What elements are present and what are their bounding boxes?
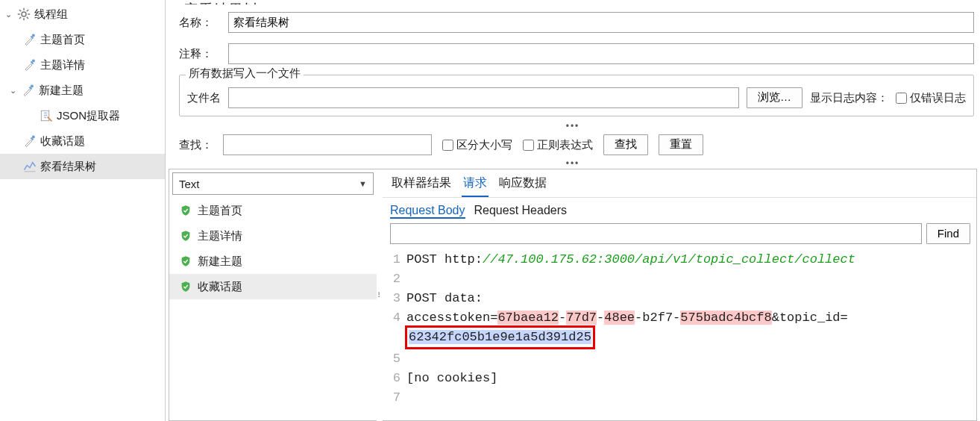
- tree-label: 主题详情: [40, 58, 85, 72]
- tree-label: 线程组: [34, 7, 68, 22]
- search-button[interactable]: 查找: [603, 134, 648, 155]
- token-seg-5: 575badc4bcf8: [680, 311, 771, 325]
- accesstoken-key: accesstoken=: [406, 311, 497, 325]
- name-label: 名称：: [179, 16, 228, 30]
- dropper-icon: [21, 83, 36, 98]
- svg-rect-13: [32, 136, 35, 139]
- result-item-label: 主题首页: [198, 204, 242, 218]
- result-item[interactable]: 收藏话题: [169, 274, 377, 299]
- tree-node-sampler-detail[interactable]: 主题详情: [0, 52, 165, 78]
- success-icon: [180, 230, 192, 242]
- splitter-handle-icon[interactable]: •••: [166, 161, 980, 169]
- topic-id-key: &topic_id=: [772, 311, 848, 325]
- svg-line-8: [27, 10, 28, 11]
- file-output-group: 所有数据写入一个文件 文件名 浏览… 显示日志内容： 仅错误日志: [179, 75, 974, 116]
- search-label: 查找：: [179, 138, 213, 152]
- tab-request[interactable]: 请求: [462, 174, 489, 197]
- result-item-label: 新建主题: [198, 255, 242, 269]
- dropper-icon: [22, 32, 37, 47]
- results-list-panel: Text ▼ 主题首页 主题详情 新建主题 收藏话题: [169, 169, 377, 421]
- svg-line-6: [27, 17, 28, 19]
- tree-node-thread-group[interactable]: ⌄ 线程组: [0, 1, 165, 27]
- result-item[interactable]: 新建主题: [169, 249, 377, 274]
- token-seg-4: b2f7: [642, 311, 673, 325]
- svg-line-7: [19, 17, 21, 19]
- filename-label: 文件名: [187, 91, 221, 105]
- http-method: POST: [406, 252, 437, 266]
- only-errors-checkbox[interactable]: [896, 93, 907, 104]
- highlight-box: 62342fc05b1e9e1a5d391d25: [405, 325, 595, 349]
- svg-point-0: [22, 12, 26, 16]
- tree-node-json-extractor[interactable]: JSON提取器: [0, 103, 165, 128]
- fieldset-legend: 所有数据写入一个文件: [186, 66, 304, 81]
- filename-input[interactable]: [228, 87, 739, 108]
- renderer-selected-value: Text: [179, 178, 200, 190]
- tree-node-sampler-home[interactable]: 主题首页: [0, 27, 165, 52]
- tab-request-body[interactable]: Request Body: [390, 204, 465, 219]
- detail-main-tabs: 取样器结果 请求 响应数据: [383, 169, 976, 197]
- case-sensitive-label: 区分大小写: [456, 138, 512, 152]
- detail-find-input[interactable]: [390, 223, 922, 244]
- tab-response[interactable]: 响应数据: [497, 174, 548, 197]
- no-cookies-text: [no cookies]: [406, 371, 497, 385]
- success-icon: [180, 205, 192, 216]
- url-scheme: http:: [445, 252, 483, 266]
- renderer-dropdown[interactable]: Text ▼: [172, 172, 374, 195]
- tree-label: 察看结果树: [40, 160, 96, 174]
- reset-button[interactable]: 重置: [659, 134, 703, 155]
- comment-input[interactable]: [228, 43, 974, 64]
- success-icon: [180, 255, 192, 267]
- url-path: //47.100.175.62:3000/api/v1/topic_collec…: [483, 252, 855, 266]
- tab-request-headers[interactable]: Request Headers: [474, 204, 568, 219]
- browse-button[interactable]: 浏览…: [747, 87, 802, 108]
- token-seg-2: 77d7: [566, 311, 597, 325]
- tree-node-results-tree[interactable]: 察看结果树: [0, 154, 165, 179]
- only-errors-label: 仅错误日志: [910, 91, 966, 105]
- detail-sub-tabs: Request Body Request Headers: [383, 197, 976, 219]
- vertical-splitter[interactable]: [377, 169, 383, 421]
- tree-node-sampler-collect[interactable]: 收藏话题: [0, 128, 165, 154]
- result-item-label: 收藏话题: [198, 280, 242, 294]
- results-tree-icon: [22, 159, 37, 174]
- tree-node-sampler-create[interactable]: ⌄ 新建主题: [0, 78, 165, 103]
- log-display-label: 显示日志内容：: [810, 91, 888, 105]
- tree-label: 主题首页: [40, 33, 85, 47]
- svg-rect-11: [31, 85, 34, 88]
- result-item[interactable]: 主题首页: [169, 198, 377, 223]
- chevron-down-icon: ▼: [359, 179, 367, 188]
- token-seg-1: 67baea12: [497, 311, 559, 325]
- success-icon: [180, 281, 192, 293]
- regex-label: 正则表达式: [537, 138, 593, 152]
- expand-toggle-icon[interactable]: ⌄: [7, 86, 18, 96]
- token-seg-3: 48ee: [604, 311, 635, 325]
- tree-label: JSON提取器: [57, 109, 120, 123]
- expand-toggle-icon[interactable]: ⌄: [3, 10, 13, 19]
- main-panel: 察看结果树 名称： 注释： 所有数据写入一个文件 文件名 浏览… 显示日志内容：…: [166, 0, 980, 421]
- svg-rect-10: [32, 60, 35, 63]
- detail-panel: 取样器结果 请求 响应数据 Request Body Request Heade…: [383, 169, 977, 421]
- topic-id-value: 62342fc05b1e9e1a5d391d25: [409, 330, 591, 344]
- result-item[interactable]: 主题详情: [169, 223, 377, 249]
- splitter-handle-icon[interactable]: •••: [166, 124, 980, 131]
- tree-label: 新建主题: [39, 84, 84, 98]
- result-item-label: 主题详情: [198, 229, 242, 243]
- tree-label: 收藏话题: [40, 134, 85, 149]
- dropper-icon: [22, 134, 37, 149]
- svg-line-5: [19, 10, 21, 11]
- results-split-pane: Text ▼ 主题首页 主题详情 新建主题 收藏话题 取: [169, 169, 977, 421]
- search-input[interactable]: [223, 134, 432, 155]
- gear-icon: [16, 7, 31, 22]
- post-data-label: POST data:: [406, 291, 483, 305]
- detail-find-button[interactable]: Find: [926, 223, 970, 244]
- svg-rect-9: [32, 34, 35, 37]
- svg-rect-12: [41, 110, 49, 121]
- case-sensitive-checkbox[interactable]: [442, 140, 453, 151]
- dropper-icon: [22, 57, 37, 72]
- comment-label: 注释：: [179, 47, 228, 61]
- tab-sampler-result[interactable]: 取样器结果: [390, 174, 453, 197]
- test-plan-tree[interactable]: ⌄ 线程组 主题首页 主题详情 ⌄ 新建主题 JSON提取器 收藏话题: [0, 0, 166, 421]
- extractor-icon: [39, 108, 54, 123]
- request-body-viewer[interactable]: 1POST http://47.100.175.62:3000/api/v1/t…: [383, 249, 976, 415]
- regex-checkbox[interactable]: [523, 140, 534, 151]
- name-input[interactable]: [228, 12, 974, 33]
